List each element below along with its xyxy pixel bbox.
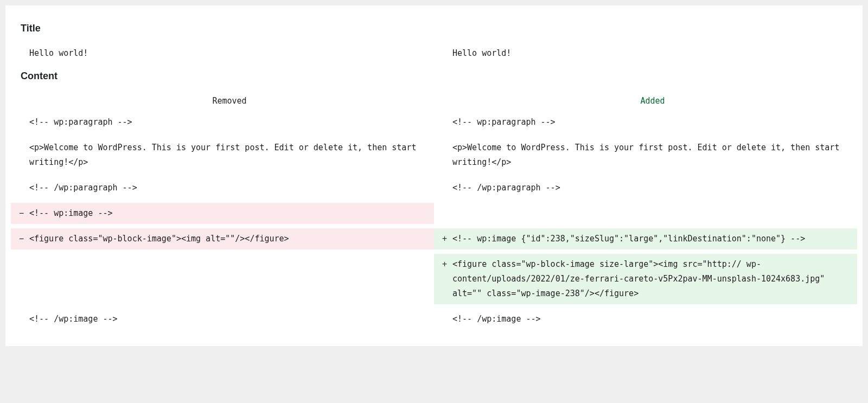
diff-marker-right (434, 203, 450, 224)
content-section-heading: Content (21, 71, 857, 82)
column-header-row: Removed Added (11, 91, 857, 112)
title-section-heading: Title (21, 23, 857, 34)
diff-line-right: <!-- wp:paragraph --> (450, 112, 857, 133)
diff-line-right: <!-- /wp:image --> (450, 309, 857, 330)
diff-marker-right (434, 137, 450, 173)
diff-marker-left (11, 309, 27, 330)
diff-marker-left (11, 177, 27, 199)
diff-line-left: <!-- wp:image --> (27, 203, 434, 224)
title-left-value: Hello world! (27, 43, 434, 64)
diff-line-left: <!-- /wp:image --> (27, 309, 434, 330)
diff-row: −<!-- wp:image --> (11, 203, 857, 224)
diff-row: −<figure class="wp-block-image"><img alt… (11, 228, 857, 250)
diff-line-right: <p>Welcome to WordPress. This is your fi… (450, 137, 857, 173)
diff-row: <!-- /wp:image --><!-- /wp:image --> (11, 309, 857, 330)
diff-line-right: <figure class="wp-block-image size-large… (450, 254, 857, 304)
page-wrapper: Title Hello world! Hello world! Content (0, 0, 868, 351)
diff-marker-left: − (11, 228, 27, 250)
title-right-value: Hello world! (450, 43, 857, 64)
diff-row: +<figure class="wp-block-image size-larg… (11, 254, 857, 304)
diff-line-left: <figure class="wp-block-image"><img alt=… (27, 228, 434, 250)
diff-row: <!-- /wp:paragraph --><!-- /wp:paragraph… (11, 177, 857, 199)
title-diff-row: Hello world! Hello world! (11, 43, 857, 64)
diff-marker-right (434, 177, 450, 199)
diff-line-left (27, 254, 434, 304)
diff-row: <p>Welcome to WordPress. This is your fi… (11, 137, 857, 173)
content-diff-table: Removed Added <!-- wp:paragraph --><!-- … (11, 91, 857, 330)
added-column-header: Added (450, 91, 857, 112)
diff-marker-left: − (11, 203, 27, 224)
diff-row: <!-- wp:paragraph --><!-- wp:paragraph -… (11, 112, 857, 133)
diff-line-right: <!-- wp:image {"id":238,"sizeSlug":"larg… (450, 228, 857, 250)
diff-marker-right (434, 309, 450, 330)
diff-marker-left (11, 137, 27, 173)
removed-column-header: Removed (27, 91, 434, 112)
title-diff-table: Hello world! Hello world! (11, 43, 857, 64)
revision-diff-panel: Title Hello world! Hello world! Content (5, 5, 863, 346)
diff-line-right (450, 203, 857, 224)
diff-line-left: <!-- /wp:paragraph --> (27, 177, 434, 199)
diff-line-left: <p>Welcome to WordPress. This is your fi… (27, 137, 434, 173)
diff-marker-right (434, 112, 450, 133)
diff-marker-right: + (434, 228, 450, 250)
diff-marker-left (11, 254, 27, 304)
diff-marker-left (11, 43, 27, 64)
diff-marker-right: + (434, 254, 450, 304)
diff-marker-left (11, 112, 27, 133)
diff-line-left: <!-- wp:paragraph --> (27, 112, 434, 133)
diff-line-right: <!-- /wp:paragraph --> (450, 177, 857, 199)
diff-marker-right (434, 43, 450, 64)
